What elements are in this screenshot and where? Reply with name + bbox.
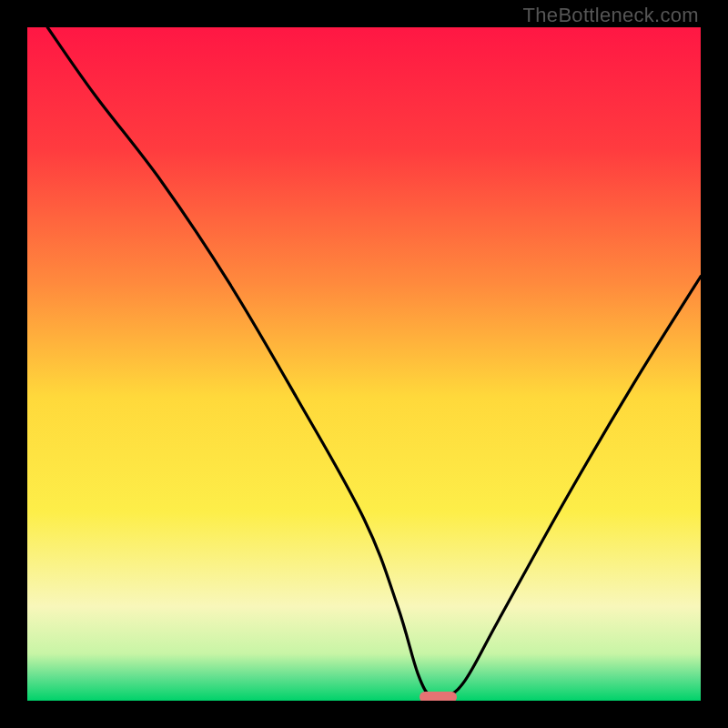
plot-area	[27, 27, 701, 701]
bottleneck-curve	[27, 27, 701, 701]
watermark-text: TheBottleneck.com	[523, 4, 699, 27]
optimal-marker	[420, 692, 457, 701]
chart-frame: TheBottleneck.com	[0, 0, 728, 728]
